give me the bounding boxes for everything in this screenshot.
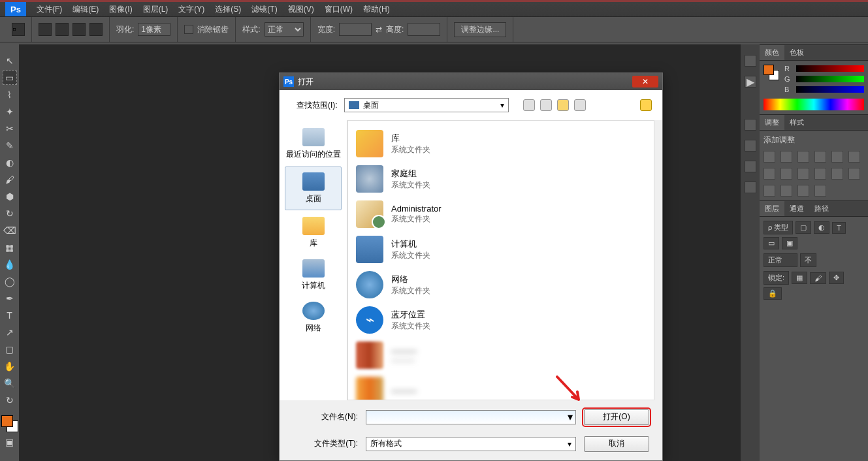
adj-selective-icon[interactable] xyxy=(814,185,826,197)
filetype-select[interactable]: 所有格式▾ xyxy=(366,437,576,451)
stamp-tool[interactable]: ⬢ xyxy=(3,189,17,204)
g-slider[interactable] xyxy=(796,76,864,82)
b-slider[interactable] xyxy=(796,86,864,93)
magic-wand-tool[interactable]: ✦ xyxy=(3,104,17,119)
adj-levels-icon[interactable] xyxy=(780,151,792,163)
path-tool[interactable]: ↗ xyxy=(3,325,17,340)
file-item[interactable]: 家庭组系统文件夹 xyxy=(353,161,649,197)
menu-type[interactable]: 文字(Y) xyxy=(173,2,210,16)
marquee-tool[interactable]: ▭ xyxy=(3,71,17,85)
height-input[interactable] xyxy=(408,23,440,36)
views-icon[interactable] xyxy=(574,99,586,111)
eyedropper-tool[interactable]: ✎ xyxy=(3,138,17,153)
filter-shape-icon[interactable]: ▭ xyxy=(764,237,779,249)
type-tool[interactable]: T xyxy=(3,308,17,323)
subtract-selection-icon[interactable] xyxy=(72,23,86,36)
adj-hue-icon[interactable] xyxy=(848,151,860,163)
tab-color[interactable]: 颜色 xyxy=(760,45,784,60)
paragraph-panel-icon[interactable] xyxy=(745,140,756,151)
gradient-tool[interactable]: ▦ xyxy=(3,240,17,255)
menu-file[interactable]: 文件(F) xyxy=(31,2,67,16)
filter-pixel-icon[interactable]: ▢ xyxy=(796,221,811,234)
r-slider[interactable] xyxy=(796,65,864,72)
adj-gradient-icon[interactable] xyxy=(797,185,809,197)
quickmask-tool[interactable]: ▣ xyxy=(3,435,17,449)
shape-tool[interactable]: ▢ xyxy=(3,342,17,357)
refine-edge-button[interactable]: 调整边缘... xyxy=(454,22,506,37)
menu-window[interactable]: 窗口(W) xyxy=(319,2,358,16)
swap-colors-icon[interactable]: ↻ xyxy=(3,393,17,407)
pen-tool[interactable]: ✒ xyxy=(3,291,17,306)
adj-photo-icon[interactable] xyxy=(797,168,809,180)
adj-lookup-icon[interactable] xyxy=(831,168,843,180)
adj-curves-icon[interactable] xyxy=(797,151,809,163)
tab-layers[interactable]: 图层 xyxy=(760,201,784,216)
close-button[interactable]: ✕ xyxy=(632,76,658,87)
filter-adj-icon[interactable]: ◐ xyxy=(814,221,829,234)
cancel-button[interactable]: 取消 xyxy=(584,436,649,452)
blur-tool[interactable]: 💧 xyxy=(3,257,17,272)
open-button[interactable]: 打开(O) xyxy=(584,409,649,425)
tab-channels[interactable]: 通道 xyxy=(784,201,809,216)
lookin-select[interactable]: 桌面 ▾ xyxy=(344,98,509,112)
menu-view[interactable]: 视图(V) xyxy=(283,2,319,16)
tab-paths[interactable]: 路径 xyxy=(809,201,834,216)
menu-select[interactable]: 选择(S) xyxy=(210,2,246,16)
dodge-tool[interactable]: ◯ xyxy=(3,274,17,289)
lock-pos-icon[interactable]: ✥ xyxy=(829,272,844,284)
color-swatch[interactable] xyxy=(1,415,18,432)
antialias-checkbox[interactable] xyxy=(184,25,193,34)
adj-vibrance-icon[interactable] xyxy=(831,151,843,163)
file-item[interactable]: ⌁蓝牙位置系统文件夹 xyxy=(353,302,649,338)
tab-styles[interactable]: 样式 xyxy=(784,115,809,130)
width-input[interactable] xyxy=(339,23,372,36)
place-libraries[interactable]: 库 xyxy=(280,212,347,254)
place-computer[interactable]: 计算机 xyxy=(280,254,347,296)
menu-filter[interactable]: 滤镜(T) xyxy=(246,2,282,16)
adj-balance-icon[interactable] xyxy=(764,168,775,180)
layer-filter-kind[interactable]: ρ 类型 xyxy=(764,221,793,234)
lock-trans-icon[interactable]: ▦ xyxy=(792,272,807,284)
adj-brightness-icon[interactable] xyxy=(764,151,775,163)
brush-tool[interactable]: 🖌 xyxy=(3,172,17,187)
file-item[interactable]: 库系统文件夹 xyxy=(353,126,649,161)
file-item[interactable]: 网络系统文件夹 xyxy=(353,267,649,302)
zoom-tool[interactable]: 🔍 xyxy=(3,376,17,390)
place-network[interactable]: 网络 xyxy=(280,296,347,339)
swatches-panel-icon[interactable] xyxy=(745,182,756,193)
up-icon[interactable] xyxy=(540,99,552,111)
new-folder-icon[interactable] xyxy=(557,99,569,111)
file-item[interactable]: 计算机系统文件夹 xyxy=(353,232,649,267)
menu-image[interactable]: 图像(I) xyxy=(104,2,137,16)
healing-tool[interactable]: ◐ xyxy=(3,155,17,170)
menu-edit[interactable]: 编辑(E) xyxy=(67,2,104,16)
filename-input[interactable]: ▾ xyxy=(366,410,576,424)
character-panel-icon[interactable] xyxy=(745,119,756,131)
actions-panel-icon[interactable]: ▶ xyxy=(745,76,756,87)
favorites-icon[interactable] xyxy=(640,99,652,111)
adj-exposure-icon[interactable] xyxy=(814,151,826,163)
file-item[interactable]: ——— xyxy=(353,373,649,400)
place-recent[interactable]: 最近访问的位置 xyxy=(280,123,347,165)
spectrum-picker[interactable] xyxy=(764,99,864,110)
lock-all-icon[interactable]: 🔒 xyxy=(764,287,782,300)
adj-invert-icon[interactable] xyxy=(848,168,860,180)
crop-tool[interactable]: ✂ xyxy=(3,121,17,136)
lasso-tool[interactable]: ⌇ xyxy=(3,87,17,102)
back-icon[interactable] xyxy=(523,99,535,111)
hand-tool[interactable]: ✋ xyxy=(3,359,17,374)
adj-mixer-icon[interactable] xyxy=(814,168,826,180)
menu-help[interactable]: 帮助(H) xyxy=(358,2,395,16)
tab-swatches[interactable]: 色板 xyxy=(784,45,809,60)
file-list[interactable]: 库系统文件夹 家庭组系统文件夹 Administrator系统文件夹 计算机系统… xyxy=(347,120,654,400)
dialog-titlebar[interactable]: Ps 打开 ✕ xyxy=(280,73,662,90)
history-panel-icon[interactable] xyxy=(745,55,756,67)
feather-input[interactable] xyxy=(138,23,170,36)
place-desktop[interactable]: 桌面 xyxy=(285,167,342,210)
filter-type-icon[interactable]: T xyxy=(832,222,846,234)
add-adjustment-link[interactable]: 添加调整 xyxy=(764,135,864,146)
adj-bw-icon[interactable] xyxy=(780,168,792,180)
menu-layer[interactable]: 图层(L) xyxy=(138,2,174,16)
move-tool[interactable]: ↖ xyxy=(3,54,17,68)
new-selection-icon[interactable] xyxy=(39,23,52,36)
